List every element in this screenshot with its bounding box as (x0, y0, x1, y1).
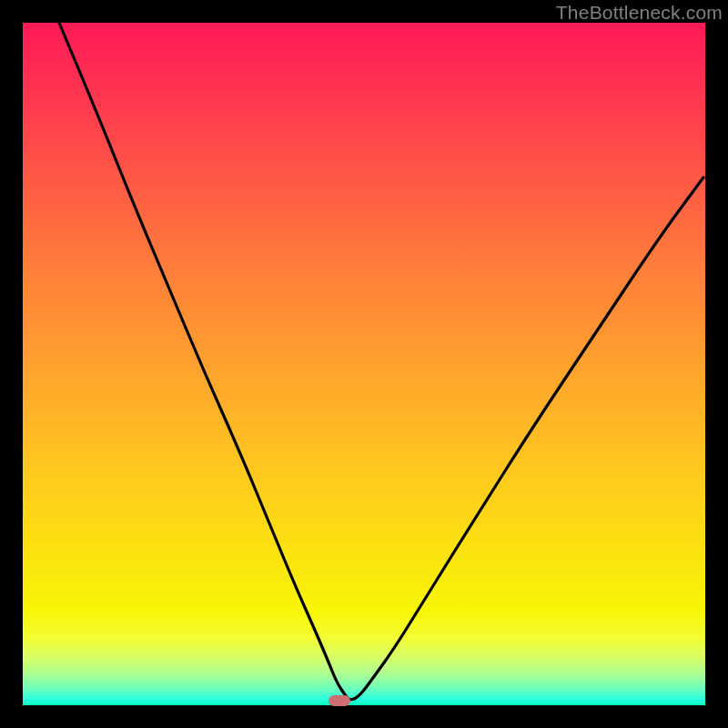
chart-frame: TheBottleneck.com (0, 0, 728, 728)
optimum-marker (329, 695, 350, 706)
watermark-text: TheBottleneck.com (556, 2, 723, 24)
curve-path (59, 23, 703, 700)
bottleneck-curve (23, 23, 705, 705)
